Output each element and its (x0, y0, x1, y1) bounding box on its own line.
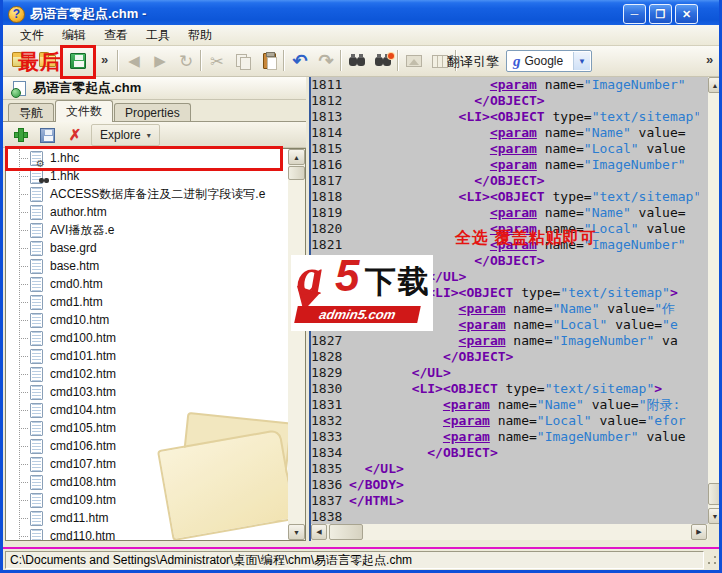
status-bar: C:\Documents and Settings\Administrator\… (3, 549, 719, 570)
document-icon (30, 187, 43, 202)
document-tab[interactable]: 易语言零起点.chm (3, 77, 308, 100)
code-line[interactable]: 1830 <LI><OBJECT type="text/sitemap"> (311, 381, 708, 397)
image-icon[interactable] (401, 48, 427, 74)
menu-item[interactable]: 帮助 (179, 25, 221, 46)
file-item[interactable]: cmd103.htm (6, 383, 305, 401)
file-item[interactable]: cmd10.htm (6, 311, 305, 329)
code-line[interactable]: 1815 <param name="Local" value (311, 141, 708, 157)
file-name: ACCESS数据库备注及二进制字段读写.e (50, 186, 265, 203)
sidebar-tabs: 导航 文件数 Properties (3, 100, 308, 122)
menu-item[interactable]: 编辑 (53, 25, 95, 46)
menu-item[interactable]: 工具 (137, 25, 179, 46)
save-icon[interactable] (35, 124, 59, 146)
code-line[interactable]: 1813 <LI><OBJECT type="text/sitemap"> (311, 109, 708, 125)
delete-icon[interactable]: ✗ (63, 124, 87, 146)
explore-button[interactable]: Explore ▾ (91, 124, 160, 146)
add-icon[interactable] (9, 124, 33, 146)
code-line[interactable]: 1836</BODY> (311, 477, 708, 493)
code-line[interactable]: 1831 <param name="Name" value="附录: (311, 397, 708, 413)
toolbar-overflow-right-icon[interactable]: » (706, 52, 713, 67)
code-line[interactable]: 1834 </OBJECT> (311, 445, 708, 461)
line-number: 1838 (311, 509, 349, 524)
menu-item[interactable]: 文件 (11, 25, 53, 46)
scrollbar-thumb[interactable] (329, 524, 363, 540)
code-line[interactable]: 1819 <param name="Name" value= (311, 205, 708, 221)
scroll-right-icon[interactable]: ▶ (691, 524, 707, 540)
line-number: 1829 (311, 365, 349, 381)
file-item[interactable]: cmd101.htm (6, 347, 305, 365)
close-button[interactable]: ✕ (675, 4, 698, 24)
line-number: 1830 (311, 381, 349, 397)
code-line[interactable]: 1817 </OBJECT> (311, 173, 708, 189)
document-icon (30, 403, 43, 418)
code-text: </OBJECT> (349, 173, 699, 189)
app-icon: ? (8, 6, 25, 23)
code-line[interactable]: 1832 <param name="Local" value="efor (311, 413, 708, 429)
maximize-button[interactable]: ❒ (649, 4, 672, 24)
file-item[interactable]: base.grd (6, 239, 305, 257)
file-list-scrollbar[interactable]: ▲ ▼ (288, 149, 305, 540)
editor-hscrollbar[interactable]: ◀ ▶ (311, 524, 708, 540)
scroll-up-icon[interactable]: ▲ (288, 149, 305, 165)
code-text: </BODY> (349, 477, 699, 493)
scrollbar-thumb[interactable] (288, 166, 305, 180)
forward-icon[interactable]: ▶ (147, 48, 173, 74)
document-icon (30, 475, 43, 490)
tab-navigation[interactable]: 导航 (8, 103, 54, 122)
refresh-icon[interactable]: ↻ (173, 48, 199, 74)
code-text: <param name="Name" value= (349, 125, 699, 141)
code-line[interactable]: 1829 </UL> (311, 365, 708, 381)
code-line[interactable]: 1818 <LI><OBJECT type="text/sitemap"> (311, 189, 708, 205)
file-item[interactable]: cmd100.htm (6, 329, 305, 347)
menu-bar: 文件编辑查看工具帮助 (3, 25, 719, 46)
file-item[interactable]: base.htm (6, 257, 305, 275)
paste-icon[interactable] (256, 48, 282, 74)
line-number: 1814 (311, 125, 349, 141)
code-line[interactable]: 1838 (311, 509, 708, 524)
file-item[interactable]: author.htm (6, 203, 305, 221)
file-item[interactable]: cmd1.htm (6, 293, 305, 311)
scroll-down-icon[interactable]: ▼ (288, 524, 305, 540)
find-replace-icon[interactable] (370, 48, 396, 74)
tab-files[interactable]: 文件数 (55, 100, 113, 122)
line-number: 1834 (311, 445, 349, 461)
document-icon (30, 241, 43, 256)
file-item[interactable]: AVI播放器.e (6, 221, 305, 239)
document-icon (30, 493, 43, 508)
copy-icon[interactable] (230, 48, 256, 74)
code-line[interactable]: 1833 <param name="ImageNumber" value (311, 429, 708, 445)
code-line[interactable]: 1814 <param name="Name" value= (311, 125, 708, 141)
files-toolbar: ✗ Explore ▾ (3, 121, 308, 148)
menu-item[interactable]: 查看 (95, 25, 137, 46)
scroll-down-icon[interactable]: ▼ (708, 508, 722, 524)
scrollbar-thumb[interactable] (708, 483, 722, 505)
find-icon[interactable] (344, 48, 370, 74)
redo-icon[interactable]: ↷ (313, 48, 339, 74)
code-line[interactable]: 1828 </OBJECT> (311, 349, 708, 365)
code-text: <param name="ImageNumber" va (349, 333, 699, 349)
code-line[interactable]: 1835 </UL> (311, 461, 708, 477)
back-icon[interactable]: ◀ (121, 48, 147, 74)
line-number: 1817 (311, 173, 349, 189)
editor-vscrollbar[interactable]: ▲ ▼ (708, 77, 722, 524)
file-item[interactable]: cmd0.htm (6, 275, 305, 293)
minimize-button[interactable]: ─ (623, 4, 646, 24)
code-line[interactable]: 1811 <param name="ImageNumber" (311, 77, 708, 93)
chevron-down-icon[interactable]: ▼ (573, 52, 590, 70)
code-line[interactable]: 1812 </OBJECT> (311, 93, 708, 109)
scroll-left-icon[interactable]: ◀ (311, 524, 327, 540)
toolbar-overflow-left-icon[interactable]: » (101, 52, 108, 67)
document-icon (30, 313, 43, 328)
tab-properties[interactable]: Properties (114, 103, 191, 122)
undo-icon[interactable]: ↶ (287, 48, 313, 74)
search-engine-select[interactable]: g Google ▼ (506, 50, 592, 72)
file-item[interactable]: ACCESS数据库备注及二进制字段读写.e (6, 185, 305, 203)
code-line[interactable]: 1816 <param name="ImageNumber" (311, 157, 708, 173)
code-line[interactable]: 1827 <param name="ImageNumber" va (311, 333, 708, 349)
resize-grip[interactable] (706, 554, 718, 566)
cut-icon[interactable]: ✂ (204, 48, 230, 74)
line-number: 1816 (311, 157, 349, 173)
file-item[interactable]: cmd102.htm (6, 365, 305, 383)
code-line[interactable]: 1837</HTML> (311, 493, 708, 509)
scroll-up-icon[interactable]: ▲ (708, 77, 722, 93)
